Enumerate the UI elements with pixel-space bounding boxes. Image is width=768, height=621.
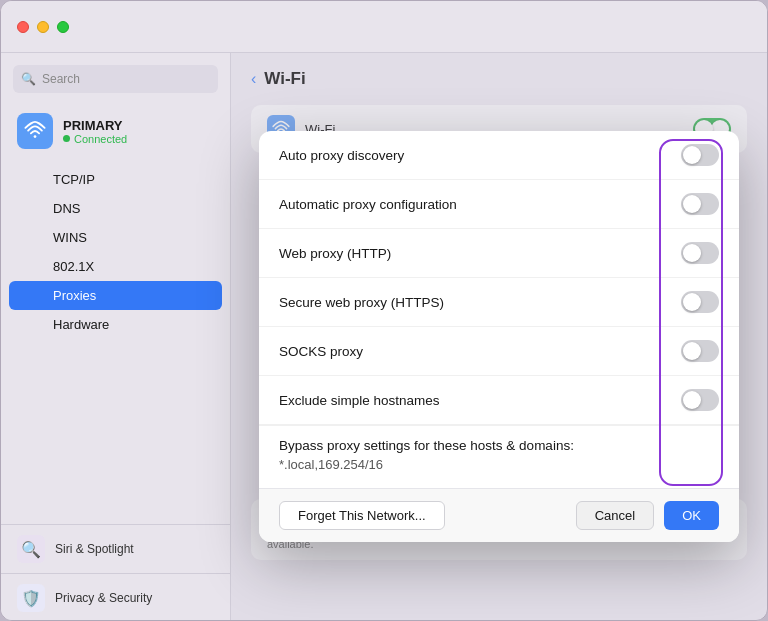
svg-point-0 [34,135,37,138]
auto-proxy-config-toggle[interactable] [681,193,719,215]
sidebar-bottom: 🔍 Siri & Spotlight 🛡️ Privacy & Security [1,524,231,621]
proxy-row-secure-https: Secure web proxy (HTTPS) [259,278,739,327]
dialog-body: Auto proxy discovery Automatic proxy con… [259,131,739,488]
sidebar-item-dns[interactable]: DNS [1,194,230,223]
search-icon: 🔍 [21,72,36,86]
footer-right: Cancel OK [576,501,719,530]
proxy-row-auto-config: Automatic proxy configuration [259,180,739,229]
auto-proxy-discovery-label: Auto proxy discovery [279,148,404,163]
wifi-icon [24,120,46,142]
secure-web-proxy-toggle[interactable] [681,291,719,313]
siri-icon: 🔍 [17,535,45,563]
sidebar-item-8021x[interactable]: 802.1X [1,252,230,281]
main-window: 🔍 Search PRIMARY Connected T [0,0,768,621]
status-dot [63,135,70,142]
proxy-row-web-http: Web proxy (HTTP) [259,229,739,278]
cancel-button[interactable]: Cancel [576,501,654,530]
network-icon [17,113,53,149]
network-info: PRIMARY Connected [63,118,127,145]
bypass-hosts: *.local,169.254/16 [279,457,719,472]
network-status: Connected [63,133,127,145]
dialog-overlay: Auto proxy discovery Automatic proxy con… [231,53,767,620]
traffic-lights [17,21,69,33]
auto-proxy-discovery-toggle[interactable] [681,144,719,166]
sidebar-item-tcp-ip[interactable]: TCP/IP [1,165,230,194]
sidebar-item-wins[interactable]: WINS [1,223,230,252]
forget-network-button[interactable]: Forget This Network... [279,501,445,530]
minimize-button[interactable] [37,21,49,33]
socks-proxy-toggle[interactable] [681,340,719,362]
ok-button[interactable]: OK [664,501,719,530]
search-placeholder: Search [42,72,80,86]
dialog-footer: Forget This Network... Cancel OK [259,488,739,542]
exclude-hostnames-label: Exclude simple hostnames [279,393,440,408]
proxy-row-socks: SOCKS proxy [259,327,739,376]
title-bar [1,1,767,53]
sidebar-privacy[interactable]: 🛡️ Privacy & Security [1,573,231,621]
sidebar-item-hardware[interactable]: Hardware [1,310,230,339]
close-button[interactable] [17,21,29,33]
sidebar-nav: TCP/IP DNS WINS 802.1X Proxies Hardware [1,165,230,339]
sidebar: 🔍 Search PRIMARY Connected T [1,53,231,621]
bypass-label: Bypass proxy settings for these hosts & … [279,438,719,453]
socks-proxy-label: SOCKS proxy [279,344,363,359]
maximize-button[interactable] [57,21,69,33]
secure-web-proxy-label: Secure web proxy (HTTPS) [279,295,444,310]
siri-label: Siri & Spotlight [55,542,134,556]
exclude-hostnames-toggle[interactable] [681,389,719,411]
network-item[interactable]: PRIMARY Connected [1,105,230,157]
privacy-label: Privacy & Security [55,591,152,605]
web-proxy-http-label: Web proxy (HTTP) [279,246,391,261]
sidebar-siri[interactable]: 🔍 Siri & Spotlight [1,524,231,573]
proxy-row-auto-discovery: Auto proxy discovery [259,131,739,180]
web-proxy-http-toggle[interactable] [681,242,719,264]
network-name: PRIMARY [63,118,127,133]
sidebar-item-proxies[interactable]: Proxies [9,281,222,310]
privacy-icon: 🛡️ [17,584,45,612]
bypass-section: Bypass proxy settings for these hosts & … [259,425,739,488]
auto-proxy-config-label: Automatic proxy configuration [279,197,457,212]
proxy-row-exclude: Exclude simple hostnames [259,376,739,425]
search-bar[interactable]: 🔍 Search [13,65,218,93]
proxies-dialog: Auto proxy discovery Automatic proxy con… [259,131,739,542]
